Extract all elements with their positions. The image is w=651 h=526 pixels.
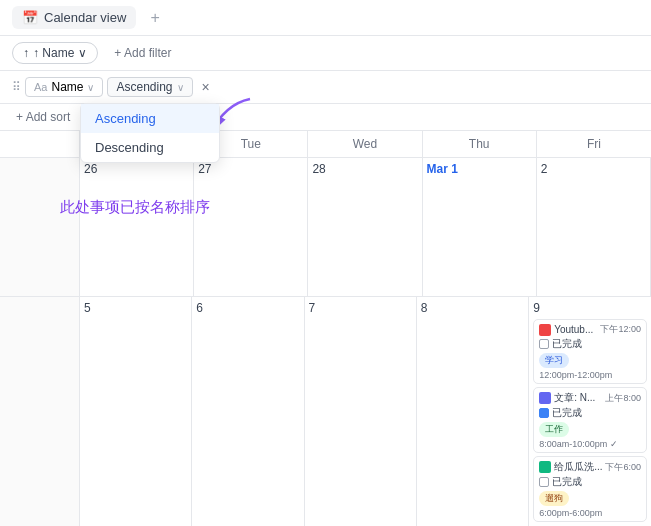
event3-time: 下午6:00 bbox=[605, 461, 641, 474]
event1-title-row: Youtub... 下午12:00 bbox=[539, 323, 641, 336]
event2-status-label: 已完成 bbox=[552, 406, 582, 420]
day-28: 28 bbox=[312, 162, 417, 176]
event-dog[interactable]: 给瓜瓜洗... 下午6:00 已完成 遛狗 6:00pm-6:00pm bbox=[533, 456, 647, 522]
week2-label bbox=[0, 297, 80, 526]
event3-time-range: 6:00pm-6:00pm bbox=[539, 508, 641, 518]
event2-title-row: 文章: N... 上午8:00 bbox=[539, 391, 641, 405]
day-7: 7 bbox=[309, 301, 412, 315]
event2-icon bbox=[539, 392, 551, 404]
sort-arrow-icon: ↑ bbox=[23, 46, 29, 60]
add-sort-button[interactable]: + Add sort bbox=[12, 108, 74, 126]
fri-header: Fri bbox=[537, 131, 651, 157]
day-27: 27 bbox=[198, 162, 303, 176]
filter-bar: ↑ ↑ Name ∨ + Add filter bbox=[0, 36, 651, 71]
week1-wed: 28 bbox=[308, 158, 422, 297]
event-article[interactable]: 文章: N... 上午8:00 已完成 工作 8:00am-10:00pm ✓ bbox=[533, 387, 647, 453]
dropdown-item-descending[interactable]: Descending bbox=[81, 133, 219, 162]
event2-checkbox[interactable] bbox=[539, 408, 549, 418]
event2-status: 已完成 bbox=[539, 406, 641, 420]
week2-mon: 5 bbox=[80, 297, 192, 526]
name-filter-button[interactable]: ↑ ↑ Name ∨ bbox=[12, 42, 98, 64]
event1-icon bbox=[539, 324, 551, 336]
day-26: 26 bbox=[84, 162, 189, 176]
sort-close-button[interactable]: × bbox=[197, 78, 215, 96]
order-chevron-icon: ∨ bbox=[177, 82, 184, 93]
event3-status: 已完成 bbox=[539, 475, 641, 489]
week1-thu: Mar 1 bbox=[423, 158, 537, 297]
event1-title: Youtub... bbox=[554, 324, 597, 335]
week2-wed: 7 bbox=[305, 297, 417, 526]
field-chevron-icon: ∨ bbox=[87, 82, 94, 93]
event1-time: 下午12:00 bbox=[600, 323, 641, 336]
filter-chevron-icon: ∨ bbox=[78, 46, 87, 60]
week1-mon: 26 bbox=[80, 158, 194, 297]
event1-status-label: 已完成 bbox=[552, 337, 582, 351]
event2-title: 文章: N... bbox=[554, 391, 602, 405]
event1-status: 已完成 bbox=[539, 337, 641, 351]
week2-tue: 6 bbox=[192, 297, 304, 526]
drag-handle-icon[interactable]: ⠿ bbox=[12, 80, 21, 94]
event1-tag[interactable]: 学习 bbox=[539, 353, 569, 368]
sort-order-button[interactable]: Ascending ∨ bbox=[107, 77, 192, 97]
tab-label: Calendar view bbox=[44, 10, 126, 25]
add-filter-button[interactable]: + Add filter bbox=[106, 43, 179, 63]
event3-tag[interactable]: 遛狗 bbox=[539, 491, 569, 506]
dropdown-item-ascending[interactable]: Ascending bbox=[81, 104, 219, 133]
event1-time-range: 12:00pm-12:00pm bbox=[539, 370, 641, 380]
add-filter-label: + Add filter bbox=[114, 46, 171, 60]
sort-field-label: Name bbox=[51, 80, 83, 94]
event3-icon bbox=[539, 461, 551, 473]
wed-header: Wed bbox=[308, 131, 422, 157]
event3-status-label: 已完成 bbox=[552, 475, 582, 489]
sort-field-selector[interactable]: Aa Name ∨ bbox=[25, 77, 103, 97]
thu-header: Thu bbox=[423, 131, 537, 157]
event2-time-range: 8:00am-10:00pm ✓ bbox=[539, 439, 641, 449]
week-col-header bbox=[0, 131, 80, 157]
week1-tue: 27 bbox=[194, 158, 308, 297]
calendar-icon: 📅 bbox=[22, 10, 38, 25]
day-2: 2 bbox=[541, 162, 646, 176]
week2-fri: 9 Youtub... 下午12:00 已完成 学习 12:00pm-12:00… bbox=[529, 297, 651, 526]
day-5: 5 bbox=[84, 301, 187, 315]
week1-label bbox=[0, 158, 80, 297]
week1-fri: 2 bbox=[537, 158, 651, 297]
add-tab-button[interactable]: + bbox=[144, 7, 165, 29]
calendar-week1: 26 27 28 Mar 1 2 此处事项已按名称排序 bbox=[0, 158, 651, 297]
day-mar1: Mar 1 bbox=[427, 162, 532, 176]
sort-order-label: Ascending bbox=[116, 80, 172, 94]
main-content: ↑ ↑ Name ∨ + Add filter ⠿ Aa Name ∨ Asce… bbox=[0, 36, 651, 526]
event1-checkbox[interactable] bbox=[539, 339, 549, 349]
sort-order-dropdown: Ascending Descending bbox=[80, 103, 220, 163]
field-type-icon: Aa bbox=[34, 81, 47, 93]
event3-checkbox[interactable] bbox=[539, 477, 549, 487]
sort-row: ⠿ Aa Name ∨ Ascending ∨ × Ascending Desc… bbox=[0, 71, 651, 104]
day-6: 6 bbox=[196, 301, 299, 315]
event2-tag[interactable]: 工作 bbox=[539, 422, 569, 437]
filter-name-label: ↑ Name bbox=[33, 46, 74, 60]
calendar-week2: 5 6 7 8 9 Youtub... 下午12:00 bbox=[0, 297, 651, 526]
event-youtube[interactable]: Youtub... 下午12:00 已完成 学习 12:00pm-12:00pm bbox=[533, 319, 647, 384]
day-8: 8 bbox=[421, 301, 524, 315]
calendar-view-tab[interactable]: 📅 Calendar view bbox=[12, 6, 136, 29]
event3-title: 给瓜瓜洗... bbox=[554, 460, 602, 474]
calendar-container: Mon Tue Wed Thu Fri 26 27 28 Mar 1 2 bbox=[0, 131, 651, 526]
event2-time: 上午8:00 bbox=[605, 392, 641, 405]
tab-bar: 📅 Calendar view + bbox=[0, 0, 651, 36]
add-sort-label: + Add sort bbox=[16, 110, 70, 124]
day-9: 9 bbox=[533, 301, 647, 315]
event3-title-row: 给瓜瓜洗... 下午6:00 bbox=[539, 460, 641, 474]
week2-thu: 8 bbox=[417, 297, 529, 526]
